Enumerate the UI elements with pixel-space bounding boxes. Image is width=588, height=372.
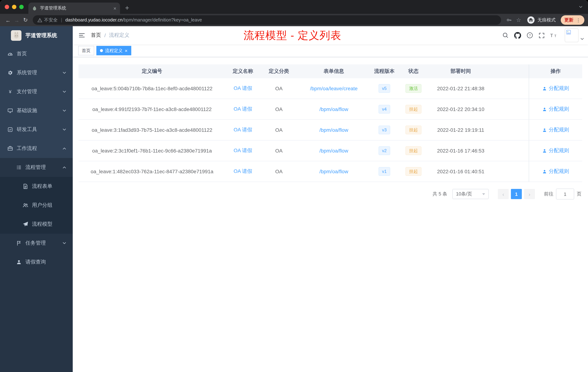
bookmark-star-icon[interactable]: ☆ [516, 17, 521, 23]
deploy-time: 2022-01-16 17:46:53 [428, 141, 493, 161]
version-tag: v1 [378, 167, 390, 176]
sidebar-item-plane[interactable]: 流程模型 [0, 215, 73, 234]
group-icon [22, 202, 28, 208]
address-bar[interactable]: 不安全 | dashboard.yudao.iocoder.cn/bpm/man… [33, 15, 501, 25]
definition-category: OA [260, 141, 297, 161]
key-icon[interactable] [506, 17, 512, 23]
update-button[interactable]: 更新 ⋮ [561, 15, 584, 25]
new-tab-button[interactable]: + [125, 4, 129, 12]
page-1-button[interactable]: 1 [511, 189, 522, 199]
assign-rule-link[interactable]: 分配规则 [542, 147, 569, 154]
sidebar-item-workflow[interactable]: 工作流程 [0, 139, 73, 158]
logo-avatar [11, 30, 21, 41]
sidebar-menu: 首页系统管理¥支付管理基础设施研发工具工作流程流程管理流程表单用户分组流程模型任… [0, 44, 73, 272]
hamburger-icon[interactable] [73, 26, 91, 44]
gear-icon [7, 70, 13, 76]
github-icon[interactable] [514, 32, 521, 39]
assign-rule-link[interactable]: 分配规则 [542, 168, 569, 175]
user-icon [542, 148, 547, 153]
sidebar-item-gear[interactable]: 系统管理 [0, 63, 73, 82]
form-info-link[interactable]: /bpm/oa/flow [319, 169, 348, 174]
goto-page-input[interactable] [556, 188, 574, 199]
status-tag: 挂起 [405, 126, 421, 134]
assign-rule-link[interactable]: 分配规则 [542, 85, 569, 92]
sidebar-logo[interactable]: 芋道管理系统 [0, 26, 73, 44]
form-info-link[interactable]: /bpm/oa/flow [319, 148, 348, 153]
incognito-icon [527, 16, 535, 24]
screen: 芋道管理系统 × + ← → ↻ 不安全 | dashboard.yudao.i… [0, 0, 588, 372]
font-size-icon[interactable]: TT [550, 33, 558, 38]
table-row: oa_leave:1:482ec033-762a-11ec-8477-a2380… [79, 161, 582, 182]
sidebar-item-list[interactable]: 流程管理 [0, 158, 73, 177]
definition-name-link[interactable]: OA 请假 [234, 147, 252, 154]
form-info-link[interactable]: /bpm/oa/flow [319, 106, 348, 112]
broken-image-icon [566, 30, 571, 34]
window-close-button[interactable] [5, 5, 9, 9]
tag-label: 首页 [82, 47, 91, 54]
tag-label: 流程定义 [105, 47, 123, 54]
list-icon [16, 164, 22, 170]
reload-button[interactable]: ↻ [21, 15, 30, 25]
avatar[interactable] [565, 28, 578, 42]
prev-page-button[interactable]: ‹ [498, 189, 509, 199]
table-body: oa_leave:5:004b710b-7b8a-11ec-8ef0-acde4… [79, 78, 582, 182]
tag-item[interactable]: 首页 [78, 46, 94, 55]
sidebar-item-task[interactable]: 任务管理 [0, 234, 73, 253]
sidebar-item-infra[interactable]: 基础设施 [0, 101, 73, 120]
sidebar: 芋道管理系统 首页系统管理¥支付管理基础设施研发工具工作流程流程管理流程表单用户… [0, 26, 73, 372]
assign-rule-link[interactable]: 分配规则 [542, 106, 569, 112]
browser-toolbar: ← → ↻ 不安全 | dashboard.yudao.iocoder.cn/b… [0, 14, 588, 26]
definition-name-link[interactable]: OA 请假 [234, 127, 252, 133]
deploy-time: 2022-01-16 01:40:51 [428, 161, 493, 182]
chevron-up-icon [62, 165, 67, 170]
security-chip[interactable]: 不安全 [37, 17, 58, 23]
chevron-down-icon[interactable] [580, 37, 584, 41]
back-button[interactable]: ← [4, 15, 12, 25]
status-tag: 挂起 [405, 146, 421, 155]
sidebar-item-tool[interactable]: 研发工具 [0, 120, 73, 139]
search-icon[interactable] [502, 32, 509, 39]
sidebar-item-group[interactable]: 用户分组 [0, 196, 73, 215]
browser-menu-icon[interactable]: ⋮ [576, 17, 581, 23]
status-tag: 激活 [405, 84, 421, 93]
table-header: 定义编号 定义名称 定义分类 表单信息 流程版本 状态 部署时间 操作 [79, 65, 582, 78]
sidebar-item-dashboard[interactable]: 首页 [0, 44, 73, 63]
yen-icon: ¥ [7, 89, 13, 95]
definition-name-link[interactable]: OA 请假 [234, 85, 252, 92]
sidebar-item-form[interactable]: 流程表单 [0, 177, 73, 196]
page-size-select[interactable]: 10条/页 [452, 189, 489, 199]
tags-view: 首页流程定义× [73, 44, 588, 57]
definition-id: oa_leave:3:1fad3d93-7b75-11ec-a3c8-acde4… [79, 120, 225, 140]
sidebar-item-user[interactable]: 请假查询 [0, 253, 73, 272]
table-row: oa_leave:4:991f2193-7b7f-11ec-a3c8-acde4… [79, 99, 582, 120]
user-icon [542, 169, 547, 174]
window-zoom-button[interactable] [19, 5, 24, 9]
definition-id: oa_leave:4:991f2193-7b7f-11ec-a3c8-acde4… [79, 99, 225, 119]
navbar-actions: ? TT [502, 28, 588, 42]
help-icon[interactable]: ? [526, 32, 533, 39]
pagination-total: 共 5 条 [432, 191, 447, 197]
fullscreen-icon[interactable] [538, 32, 545, 38]
form-info-link[interactable]: /bpm/oa/leave/create [310, 86, 358, 91]
chevron-down-icon [62, 89, 67, 94]
form-info-link[interactable]: /bpm/oa/flow [319, 127, 348, 133]
breadcrumb: 首页 / 流程定义 [91, 32, 129, 39]
window-minimize-button[interactable] [12, 5, 16, 9]
next-page-button[interactable]: › [524, 189, 535, 199]
definition-name-link[interactable]: OA 请假 [234, 106, 252, 112]
browser-tab[interactable]: 芋道管理系统 × [28, 2, 120, 14]
form-icon [22, 184, 28, 189]
tab-close-icon[interactable]: × [114, 5, 116, 11]
forward-button[interactable]: → [12, 15, 21, 25]
assign-rule-link[interactable]: 分配规则 [542, 127, 569, 133]
version-tag: v4 [378, 105, 390, 114]
breadcrumb-home[interactable]: 首页 [91, 32, 101, 39]
incognito-badge: 无痕模式 [527, 16, 556, 24]
definition-name-link[interactable]: OA 请假 [234, 168, 252, 175]
close-icon[interactable]: × [125, 48, 127, 53]
tab-search-icon[interactable] [578, 5, 583, 9]
sidebar-item-yen[interactable]: ¥支付管理 [0, 82, 73, 101]
chevron-down-icon [482, 193, 485, 195]
tag-active[interactable]: 流程定义× [96, 46, 131, 55]
url-path: /bpm/manager/definition?key=oa_leave [123, 17, 202, 22]
